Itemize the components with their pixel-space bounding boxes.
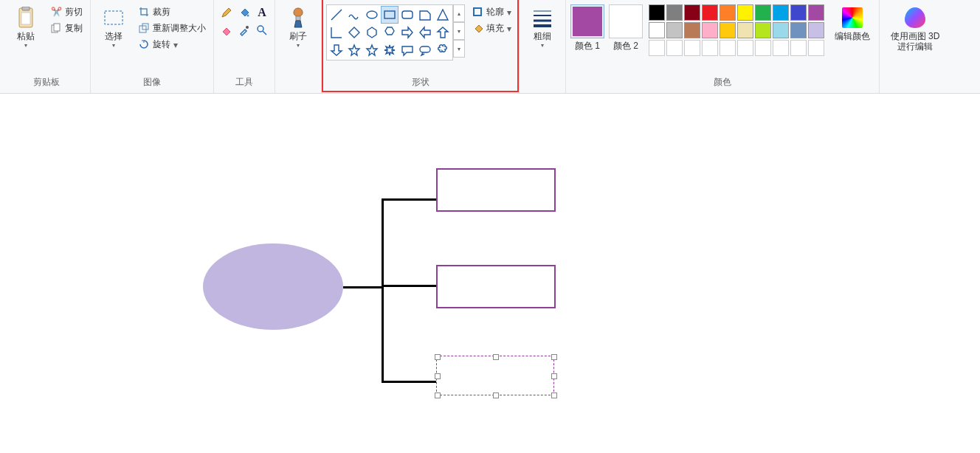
shape-18[interactable] — [399, 42, 415, 58]
selection-handle-2[interactable] — [551, 354, 557, 360]
shape-14[interactable] — [328, 42, 345, 58]
fill-button[interactable]: 填充 ▾ — [469, 21, 514, 35]
shape-13[interactable] — [435, 24, 451, 41]
shape-2[interactable] — [364, 7, 380, 23]
color1-button[interactable]: 颜色 1 — [570, 4, 604, 51]
shapes-scroll[interactable]: ▴ ▾ ▾ — [453, 4, 464, 60]
swatch-row1-1[interactable] — [666, 4, 683, 21]
swatch-row2-6[interactable] — [755, 22, 771, 38]
paste-button[interactable]: 粘贴 ▾ — [7, 4, 44, 50]
canvas-line-1[interactable] — [382, 198, 384, 383]
picker-tool[interactable] — [236, 22, 252, 38]
canvas-rect-0[interactable] — [436, 168, 556, 212]
color2-button[interactable]: 颜色 2 — [609, 4, 643, 51]
selection-handle-6[interactable] — [493, 393, 499, 398]
swatch-row1-2[interactable] — [684, 4, 700, 21]
shape-10[interactable] — [382, 24, 398, 41]
scroll-down-icon[interactable]: ▾ — [453, 22, 465, 40]
swatch-row1-7[interactable] — [773, 4, 789, 21]
text-tool[interactable]: A — [254, 4, 270, 21]
canvas-line-0[interactable] — [343, 286, 383, 288]
selection-handle-1[interactable] — [493, 354, 499, 360]
shape-17[interactable] — [382, 42, 398, 58]
shape-0[interactable] — [328, 7, 345, 23]
svg-rect-17 — [420, 46, 430, 52]
canvas-line-3[interactable] — [384, 285, 436, 287]
swatch-row1-8[interactable] — [790, 4, 807, 21]
color-palette[interactable] — [649, 4, 824, 56]
swatch-row2-5[interactable] — [737, 22, 753, 38]
swatch-row3-7[interactable] — [773, 40, 789, 56]
canvas-rect-selected[interactable] — [436, 356, 554, 395]
selection-handle-3[interactable] — [435, 373, 441, 379]
group-label-clipboard: 剪贴板 — [33, 73, 60, 91]
selection-handle-4[interactable] — [551, 373, 557, 379]
shape-4[interactable] — [399, 7, 415, 23]
swatch-row2-8[interactable] — [790, 22, 807, 38]
swatch-row3-2[interactable] — [684, 40, 700, 56]
paint3d-button[interactable]: 使用画图 3D 进行编辑 — [884, 4, 946, 53]
shape-12[interactable] — [417, 24, 433, 41]
swatch-row1-6[interactable] — [755, 4, 771, 21]
outline-button[interactable]: 轮廓 ▾ — [469, 4, 514, 19]
swatch-row2-2[interactable] — [684, 22, 700, 38]
select-button[interactable]: 选择 ▾ — [95, 4, 132, 50]
shapes-gallery[interactable] — [326, 4, 453, 60]
shape-19[interactable] — [417, 42, 433, 58]
shape-9[interactable] — [364, 24, 380, 41]
swatch-row3-1[interactable] — [666, 40, 683, 56]
swatch-row3-6[interactable] — [755, 40, 771, 56]
swatch-row3-0[interactable] — [649, 40, 665, 56]
swatch-row2-7[interactable] — [773, 22, 789, 38]
swatch-row2-0[interactable] — [649, 22, 665, 38]
swatch-row1-5[interactable] — [737, 4, 753, 21]
scroll-up-icon[interactable]: ▴ — [453, 4, 465, 22]
fill-tool[interactable] — [236, 4, 252, 21]
canvas-line-2[interactable] — [384, 198, 436, 201]
canvas[interactable] — [0, 94, 980, 453]
edit-colors-button[interactable]: 编辑颜色 — [830, 4, 874, 43]
resize-button[interactable]: 重新调整大小 — [135, 21, 209, 35]
shape-11[interactable] — [399, 24, 415, 41]
shape-5[interactable] — [417, 7, 433, 23]
swatch-row1-4[interactable] — [720, 4, 736, 21]
selection-handle-7[interactable] — [551, 393, 557, 398]
crop-button[interactable]: 裁剪 — [135, 4, 209, 19]
shape-1[interactable] — [346, 7, 362, 23]
shape-7[interactable] — [328, 24, 345, 41]
zoom-tool[interactable] — [254, 22, 270, 38]
swatch-row2-9[interactable] — [808, 22, 824, 38]
selection-handle-0[interactable] — [435, 354, 441, 360]
size-button[interactable]: 粗细 ▾ — [524, 4, 561, 50]
swatch-row2-4[interactable] — [720, 22, 736, 38]
svg-point-10 — [258, 26, 263, 32]
swatch-row3-3[interactable] — [702, 40, 718, 56]
group-label-tools: 工具 — [235, 73, 253, 91]
canvas-ellipse[interactable] — [203, 243, 343, 330]
eraser-tool[interactable] — [218, 22, 235, 38]
swatch-row3-9[interactable] — [808, 40, 824, 56]
swatch-row3-8[interactable] — [790, 40, 807, 56]
pencil-tool[interactable] — [218, 4, 235, 21]
swatch-row2-1[interactable] — [666, 22, 683, 38]
cut-button[interactable]: ✂️ 剪切 — [47, 4, 86, 19]
canvas-line-4[interactable] — [384, 381, 436, 383]
copy-button[interactable]: 复制 — [47, 21, 86, 35]
shape-16[interactable] — [364, 42, 380, 58]
shape-6[interactable] — [435, 7, 451, 23]
shape-8[interactable] — [346, 24, 362, 41]
brush-button[interactable]: 刷子 ▾ — [280, 4, 317, 50]
swatch-row1-0[interactable] — [649, 4, 665, 21]
swatch-row1-9[interactable] — [808, 4, 824, 21]
swatch-row3-5[interactable] — [737, 40, 753, 56]
scroll-more-icon[interactable]: ▾ — [453, 40, 465, 58]
shape-15[interactable] — [346, 42, 362, 58]
selection-handle-5[interactable] — [435, 393, 441, 398]
shape-20[interactable] — [435, 42, 451, 58]
rotate-button[interactable]: 旋转 ▾ — [135, 37, 209, 52]
canvas-rect-1[interactable] — [436, 265, 556, 308]
shape-3[interactable] — [382, 7, 398, 23]
swatch-row2-3[interactable] — [702, 22, 718, 38]
swatch-row3-4[interactable] — [720, 40, 736, 56]
swatch-row1-3[interactable] — [702, 4, 718, 21]
